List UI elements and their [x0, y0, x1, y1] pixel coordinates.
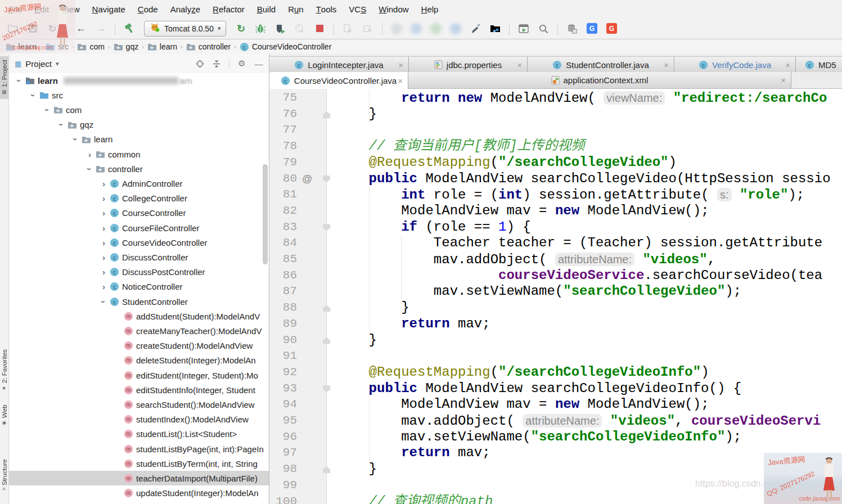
code-line[interactable]: } — [336, 332, 377, 349]
tree-item[interactable]: ›gqz — [9, 118, 269, 132]
code-line[interactable]: } — [336, 106, 377, 123]
project-panel-title[interactable]: Project — [25, 59, 52, 69]
db-save-icon[interactable] — [564, 21, 580, 36]
tree-item[interactable]: ›common — [9, 147, 269, 161]
tree-item[interactable]: ›cAdminController — [9, 176, 269, 191]
translate-blue-icon[interactable]: G — [583, 21, 600, 36]
tree-item[interactable]: meditStudent(Integer, Student):Mo — [9, 368, 269, 382]
code-line[interactable]: // 查询视频的path — [336, 494, 493, 504]
stop-icon[interactable] — [311, 21, 328, 36]
tree-item[interactable]: mcreateManyTeacher():ModelAndV — [9, 323, 269, 338]
chevron-collapsed-icon[interactable]: › — [85, 150, 94, 159]
menu-item-edit[interactable]: Edit — [28, 0, 55, 18]
hide-icon[interactable]: — — [254, 59, 263, 68]
tree-item[interactable]: ›cCourseFileController — [9, 220, 269, 235]
open-icon[interactable] — [4, 21, 21, 36]
annotation-gutter-icon[interactable]: @ — [302, 171, 312, 187]
tree-item[interactable]: mstudentListByPage(int, int):PageIn — [9, 442, 269, 456]
code-line[interactable]: ModelAndView mav = new ModelAndView(); — [336, 397, 709, 413]
translate-orange-icon[interactable]: G — [603, 21, 620, 36]
run-window-icon[interactable] — [515, 21, 532, 36]
editor-tab-coursevideocontroller-java[interactable]: cCourseVideoController.java× — [269, 72, 408, 89]
chevron-expanded-icon[interactable]: › — [71, 134, 80, 144]
tree-item[interactable]: ›cCollegeController — [9, 191, 269, 206]
code-line[interactable]: mav.addObject( attributeName: "videos", … — [336, 413, 821, 429]
menu-item-code[interactable]: Code — [132, 0, 164, 18]
save-icon[interactable] — [24, 21, 41, 36]
menu-item-navigate[interactable]: Navigate — [86, 0, 132, 18]
code-line[interactable]: mav.setViewName("searchCollegeVideoInfo"… — [336, 429, 741, 446]
breadcrumb-item-learn[interactable]: learn — [146, 42, 178, 51]
menu-item-view[interactable]: View — [55, 0, 86, 18]
menu-item-build[interactable]: Build — [251, 0, 282, 18]
menu-item-window[interactable]: Window — [372, 0, 415, 18]
code-line[interactable]: @RequestMapping("/searchCollegeVideo") — [336, 155, 677, 171]
editor-tab-applicationcontext-xml[interactable]: applicationContext.xml× — [408, 72, 791, 89]
search-icon[interactable] — [535, 21, 552, 36]
code-line[interactable]: return mav; — [336, 316, 490, 332]
breadcrumb-item-com[interactable]: com — [76, 42, 105, 51]
chevron-expanded-icon[interactable]: › — [85, 164, 94, 174]
chevron-expanded-icon[interactable]: › — [99, 297, 109, 307]
tree-item[interactable]: ›cStudentController — [9, 294, 269, 309]
chevron-collapsed-icon[interactable]: › — [99, 253, 109, 262]
chevron-collapsed-icon[interactable]: › — [99, 223, 109, 233]
tree-item[interactable]: meditStudentInfo(Integer, Student — [9, 382, 269, 397]
code-line[interactable]: @RequestMapping("/searchCollegeVideoInfo… — [336, 364, 709, 381]
code-line[interactable]: public ModelAndView searchCollegeVideoIn… — [336, 381, 741, 397]
code-line[interactable]: public ModelAndView searchCollegeVideo(H… — [336, 171, 831, 187]
sync-icon[interactable]: ↻ — [44, 21, 61, 36]
breadcrumb-item-CourseVideoController[interactable]: cCourseVideoController — [238, 42, 332, 52]
chevron-collapsed-icon[interactable]: › — [99, 194, 109, 203]
stripe-item--favorites[interactable]: ★2: Favorites — [0, 344, 8, 396]
stripe-item-web[interactable]: ◉Web — [0, 402, 8, 429]
editor-tab-loginintecepter-java[interactable]: cLoginIntecepter.java× — [269, 57, 409, 73]
tree-item[interactable]: ›cNoticeController — [9, 280, 269, 294]
menu-item-vcs[interactable]: VCS — [343, 0, 372, 18]
editor-tab-studentcontroller-java[interactable]: cStudentController.java× — [528, 57, 674, 73]
editor-tab-jdbc-properties[interactable]: jdbc.properties× — [409, 57, 528, 73]
code-line[interactable]: return new ModelAndView( viewName: "redi… — [336, 90, 827, 106]
stripe-item-structure[interactable]: ≡Structure — [0, 447, 8, 503]
close-icon[interactable]: × — [781, 75, 786, 85]
tree-item[interactable]: mstudentListByTerm(int, int, String — [9, 456, 269, 471]
breadcrumb-item-src[interactable]: src — [44, 42, 70, 51]
tree-item[interactable]: ›com — [9, 102, 269, 117]
editor-tab-md5[interactable]: cMD5 — [796, 57, 842, 73]
tree-item[interactable]: ›controller — [9, 161, 269, 176]
debug-icon[interactable] — [252, 21, 269, 36]
code-line[interactable]: ModelAndView mav = new ModelAndView(); — [336, 203, 709, 219]
tree-item[interactable]: ›src — [9, 88, 269, 102]
menu-item-run[interactable]: Run — [282, 0, 310, 18]
menu-item-tools[interactable]: Tools — [310, 0, 343, 18]
pencil-icon[interactable] — [467, 21, 484, 36]
code-line[interactable]: Teacher teacher = (Teacher) session.getA… — [336, 235, 822, 251]
tree-item[interactable]: mupdateStudent(Integer):ModelAn — [9, 486, 269, 501]
breadcrumb-item-gqz[interactable]: gqz — [112, 42, 140, 51]
chevron-collapsed-icon[interactable]: › — [99, 208, 109, 218]
tree-item[interactable]: ›cCourseVideoController — [9, 235, 269, 250]
menu-item-refactor[interactable]: Refactor — [206, 0, 251, 18]
chevron-collapsed-icon[interactable]: › — [99, 267, 109, 277]
chevron-collapsed-icon[interactable]: › — [99, 179, 109, 188]
chevron-expanded-icon[interactable]: › — [43, 105, 52, 115]
tree-item[interactable]: msearchStudent():ModelAndView — [9, 397, 269, 412]
back-icon[interactable]: ← — [73, 21, 89, 36]
run-configuration-select[interactable]: Tomcat 8.0.50▾ — [144, 21, 226, 37]
menu-item-help[interactable]: Help — [415, 0, 445, 18]
tree-item[interactable]: mstudentIndex():ModelAndView — [9, 412, 269, 427]
close-icon[interactable]: × — [785, 60, 790, 70]
code-line[interactable]: mav.setViewName("searchCollegeVideo"); — [336, 284, 741, 300]
menu-item-analyze[interactable]: Analyze — [164, 0, 206, 18]
tree-scrollbar[interactable] — [263, 164, 268, 264]
tree-item[interactable]: maddStudent(Student):ModelAndV — [9, 309, 269, 323]
close-icon[interactable]: × — [398, 60, 403, 70]
tree-item[interactable]: mdeleteStudent(Integer):ModelAn — [9, 353, 269, 368]
code-line[interactable]: int role = (int) session.getAttribute( s… — [336, 187, 804, 203]
code-line[interactable]: } — [336, 300, 409, 316]
menu-item-file[interactable]: File — [2, 0, 28, 18]
tree-item[interactable]: ›cDiscussPostController — [9, 265, 269, 280]
chevron-collapsed-icon[interactable]: › — [99, 238, 109, 248]
close-icon[interactable]: × — [398, 76, 403, 86]
coverage-icon[interactable] — [272, 21, 289, 36]
